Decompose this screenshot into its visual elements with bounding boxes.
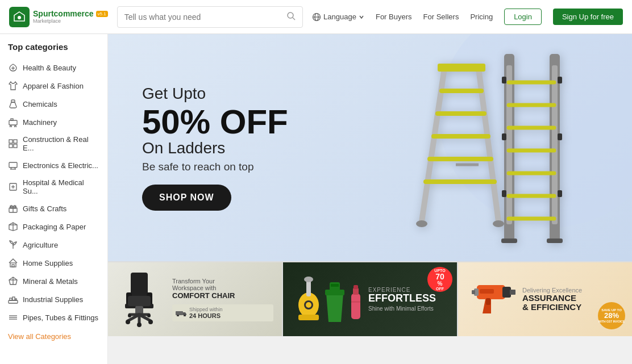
svg-point-83 (126, 320, 130, 324)
svg-rect-37 (13, 297, 15, 300)
sidebar-label-pipes: Pipes, Tubes & Fittings (23, 313, 98, 322)
svg-rect-49 (438, 64, 485, 72)
sidebar-item-machinery[interactable]: Machinery (0, 113, 107, 131)
sidebar-label-chemicals: Chemicals (23, 100, 57, 108)
svg-point-52 (493, 220, 504, 227)
ship-badge: Shipped within 24 HOURS (172, 304, 273, 321)
discount-sym: % (438, 281, 443, 287)
truck-icon (176, 309, 187, 316)
svg-point-86 (128, 314, 131, 317)
sidebar-item-construction[interactable]: Construction & Real E... (0, 131, 107, 156)
for-buyers-link[interactable]: For Buyers (376, 12, 412, 21)
search-icon[interactable] (286, 11, 296, 22)
agriculture-icon (8, 240, 18, 250)
logo-area[interactable]: Spurtcommerce v5.1 Marketplace (9, 7, 108, 27)
hospital-icon (8, 182, 18, 192)
sidebar-label-electronics: Electronics & Electric... (23, 161, 98, 170)
sidebar-item-apparel-fashion[interactable]: Apparel & Fashion (0, 77, 107, 95)
chair-svg (119, 270, 159, 329)
view-all-link[interactable]: View all Categories (0, 327, 107, 341)
svg-point-93 (304, 277, 313, 282)
sidebar-item-gifts[interactable]: Gifts & Crafts (0, 199, 107, 217)
sidebar: Top categories Health & Beauty Apparel &… (0, 34, 108, 364)
sub-banner-assurance[interactable]: Delivering Excellence ASSURANCE & EFFICI… (458, 262, 632, 336)
machinery-icon (8, 117, 18, 127)
svg-point-84 (148, 320, 153, 324)
search-input[interactable] (124, 12, 286, 22)
sidebar-item-home[interactable]: Home Supplies (0, 254, 107, 272)
login-button[interactable]: Login (504, 9, 542, 25)
svg-rect-31 (12, 265, 14, 267)
hero-tagline-text: Be safe to reach on top (142, 161, 288, 173)
drill-svg (471, 271, 517, 328)
svg-rect-17 (14, 144, 17, 148)
svg-rect-103 (351, 301, 360, 303)
hero-promo-text: Get Upto (142, 85, 288, 103)
svg-rect-99 (331, 284, 339, 287)
sidebar-item-pipes[interactable]: Pipes, Tubes & Fittings (0, 308, 107, 327)
discount-pct: 70 (435, 273, 444, 281)
header-nav: Language For Buyers For Sellers Pricing … (312, 9, 623, 25)
svg-rect-69 (558, 190, 562, 197)
pipes-icon (8, 312, 18, 323)
sidebar-item-packaging[interactable]: Packaging & Paper (0, 217, 107, 236)
save-sub: WITH GST INVOICE (598, 320, 625, 324)
svg-rect-94 (298, 315, 319, 320)
logo-text: Spurtcommerce v5.1 Marketplace (33, 10, 108, 24)
gifts-icon (8, 203, 18, 214)
sidebar-item-chemicals[interactable]: Chemicals (0, 95, 107, 113)
svg-point-85 (137, 323, 142, 327)
logo-icon (9, 7, 30, 27)
svg-rect-38 (15, 299, 16, 300)
sidebar-item-agriculture[interactable]: Agriculture (0, 236, 107, 254)
cleaning-products (296, 274, 364, 325)
sidebar-label-packaging: Packaging & Paper (23, 223, 86, 231)
effortless-main: EFFORTLESS (368, 293, 444, 304)
shop-now-button[interactable]: SHOP NOW (142, 185, 231, 211)
search-bar[interactable] (117, 6, 303, 28)
sidebar-label-hospital: Hospital & Medical Su... (23, 178, 99, 195)
svg-rect-15 (14, 140, 17, 143)
svg-rect-65 (558, 77, 562, 83)
discount-off: OFF (436, 287, 444, 291)
effortless-content: EXPERIENCE EFFORTLESS Shine with Minimal… (292, 269, 448, 329)
sidebar-label-home: Home Supplies (23, 259, 73, 267)
hero-product-text: On Ladders (142, 139, 288, 157)
svg-rect-64 (502, 77, 506, 83)
construction-icon (8, 139, 18, 149)
sub-banner-effortless[interactable]: EXPERIENCE EFFORTLESS Shine with Minimal… (283, 262, 457, 336)
pricing-link[interactable]: Pricing (470, 12, 493, 21)
chair-image (117, 268, 162, 330)
effortless-sub: Shine with Minimal Efforts (368, 306, 444, 312)
main-layout: Top categories Health & Beauty Apparel &… (0, 34, 632, 364)
mineral-icon (8, 276, 18, 286)
sub-banner-comfort-chair[interactable]: Transform Your Workspace with COMFORT CH… (108, 262, 282, 336)
assurance-main1: ASSURANCE (522, 294, 619, 303)
svg-rect-106 (510, 290, 515, 295)
logo-brand: Spurtcommerce (33, 10, 94, 18)
svg-rect-100 (351, 294, 360, 319)
svg-point-1 (18, 16, 21, 19)
sidebar-item-electronics[interactable]: Electronics & Electric... (0, 156, 107, 174)
svg-rect-71 (547, 239, 563, 243)
for-sellers-link[interactable]: For Sellers (423, 12, 459, 21)
svg-rect-108 (472, 290, 475, 294)
svg-rect-102 (354, 285, 358, 289)
sidebar-item-industrial[interactable]: Industrial Supplies (0, 290, 107, 308)
sidebar-item-hospital[interactable]: Hospital & Medical Su... (0, 174, 107, 199)
signup-button[interactable]: Sign Up for free (553, 9, 623, 25)
sidebar-label-machinery: Machinery (23, 118, 57, 127)
content-area: Get Upto 50% OFF On Ladders Be safe to r… (108, 34, 632, 364)
svg-point-12 (10, 126, 12, 128)
sidebar-item-mineral[interactable]: Mineral & Metals (0, 272, 107, 290)
logo-version: v5.1 (96, 11, 108, 17)
language-button[interactable]: Language (312, 12, 364, 22)
chevron-down-icon (359, 14, 364, 20)
svg-rect-110 (480, 289, 494, 294)
svg-point-13 (15, 126, 16, 128)
hero-text: Get Upto 50% OFF On Ladders Be safe to r… (142, 85, 288, 211)
bottle-svg (348, 282, 364, 325)
sidebar-item-health-beauty[interactable]: Health & Beauty (0, 58, 107, 77)
effortless-text: EXPERIENCE EFFORTLESS Shine with Minimal… (368, 287, 444, 312)
globe-icon (312, 12, 321, 22)
